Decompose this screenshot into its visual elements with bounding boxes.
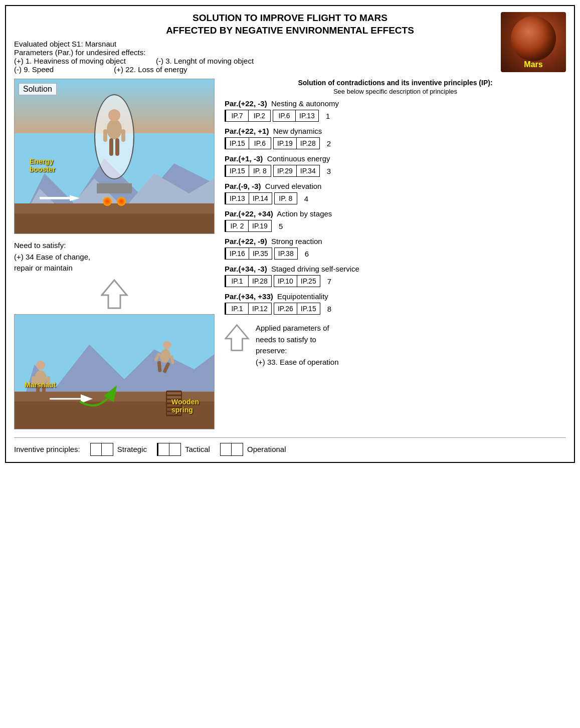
ip-group-0: IP.7IP.2	[225, 110, 271, 122]
ip-value: IP.16	[226, 248, 249, 259]
need-satisfy-text1: Need to satisfy:	[14, 240, 215, 252]
param4: (+) 22. Loss of energy	[114, 65, 187, 74]
evaluated-object: Evaluated object S1: Marsnaut Parameters…	[14, 40, 566, 74]
ip-value: IP.29	[274, 165, 296, 176]
applied-text: Applied parameters ofneeds to satisfy to…	[256, 323, 339, 368]
par-label-8: Par.(+34, +33) Equipotentiality	[225, 292, 566, 301]
svg-rect-7	[109, 138, 113, 156]
params-label: Parameters (Par.) for undesired effects:	[14, 48, 566, 57]
svg-point-23	[159, 348, 171, 364]
ip-value: IP. 8	[249, 165, 271, 176]
strategic-box-left	[91, 443, 102, 455]
param2: (-) 3. Lenght of moving object	[156, 57, 254, 65]
flame-right	[117, 197, 126, 206]
svg-rect-4	[15, 213, 214, 233]
legend-label: Inventive principles:	[14, 445, 80, 453]
up-arrow-container	[14, 279, 215, 309]
ip-value: IP.38	[275, 248, 297, 259]
par-label-3: Par.(+1, -3) Continuous energy	[225, 154, 566, 163]
up-arrow-svg	[101, 279, 128, 309]
svg-marker-11	[102, 280, 127, 308]
ip-group-0: IP.16IP.35	[225, 248, 272, 260]
mars-image: Mars	[501, 12, 566, 72]
title-line1: SOLUTION TO IMPROVE FLIGHT TO MARS	[14, 12, 566, 25]
solution-label: Solution	[19, 83, 57, 95]
ip-group-1: IP. 8	[274, 192, 297, 204]
need-satisfy-text3: repair or maintain	[14, 263, 215, 274]
par-label-1: Par.(+22, -3) Nesting & autonomy	[225, 99, 566, 108]
contradiction-row-2: Par.(+22, +1) New dynamicsIP.15IP.6IP.19…	[225, 127, 566, 149]
initial-solution-box: Initial Solution	[14, 314, 215, 429]
par-label-4: Par.(-9, -3) Curved elevation	[225, 182, 566, 190]
row-number-4: 4	[304, 194, 308, 203]
ip-group-1: IP.10IP.25	[274, 275, 320, 287]
contradiction-row-1: Par.(+22, -3) Nesting & autonomyIP.7IP.2…	[225, 99, 566, 122]
ip-group-0: IP. 2IP.19	[225, 220, 272, 232]
contradiction-row-8: Par.(+34, +33) EquipotentialityIP.1IP.12…	[225, 292, 566, 315]
ip-value: IP.2	[248, 110, 270, 121]
ip-value: IP. 2	[226, 220, 248, 231]
tactical-box	[157, 443, 181, 456]
operational-label: Operational	[247, 445, 286, 453]
svg-rect-10	[121, 129, 125, 142]
operational-box-left	[221, 443, 232, 455]
ip-value: IP.6	[273, 110, 295, 121]
ip-row-7: IP.1IP.28IP.10IP.257	[225, 275, 566, 287]
legend-strategic: Strategic	[90, 443, 147, 456]
evaluated-text: Evaluated object S1: Marsnaut	[14, 40, 566, 48]
svg-rect-8	[115, 138, 119, 156]
ip-group-0: IP.1IP.12	[225, 303, 272, 315]
ip-value: IP.35	[249, 248, 272, 259]
ip-value: IP.13	[226, 193, 249, 204]
svg-point-5	[107, 119, 122, 139]
strategic-box	[90, 443, 113, 456]
contradiction-row-6: Par.(+22, -9) Strong reactionIP.16IP.35I…	[225, 237, 566, 260]
ip-row-1: IP.7IP.2IP.6IP.131	[225, 110, 566, 122]
ip-value: IP.6	[249, 138, 271, 149]
ip-value: IP.34	[296, 165, 319, 176]
ip-value: IP.28	[248, 276, 271, 287]
ip-group-1: IP.6IP.13	[273, 110, 319, 122]
title-line2: AFFECTED BY NEGATIVE ENVIRONMENTAL EFFEC…	[14, 25, 566, 37]
header: SOLUTION TO IMPROVE FLIGHT TO MARS AFFEC…	[14, 12, 566, 37]
contradiction-row-5: Par.(+22, +34) Action by stagesIP. 2IP.1…	[225, 209, 566, 232]
row-number-5: 5	[279, 222, 283, 230]
ip-group-1: IP.38	[274, 248, 298, 260]
need-satisfy-text2: (+) 34 Ease of change,	[14, 252, 215, 263]
ip-group-1: IP.26IP.15	[274, 303, 320, 315]
ip-group-0: IP.13IP.14	[225, 192, 272, 204]
ip-value: IP.15	[297, 303, 320, 314]
solution-image-box: Solution	[14, 79, 215, 234]
svg-point-22	[162, 340, 172, 350]
operational-box-right	[232, 443, 243, 455]
contradiction-row-7: Par.(+34, -3) Staged driving self-servic…	[225, 265, 566, 287]
row-number-2: 2	[327, 139, 331, 148]
legend-operational: Operational	[220, 443, 286, 456]
par-label-7: Par.(+34, -3) Staged driving self-servic…	[225, 265, 566, 273]
tactical-label: Tactical	[185, 445, 210, 453]
astronaut-oval	[94, 94, 134, 179]
row-number-7: 7	[327, 277, 331, 286]
contradictions-header: Solution of contradictions and its inven…	[225, 79, 566, 87]
mars-label: Mars	[524, 60, 542, 72]
ip-value: IP. 8	[275, 193, 297, 204]
ip-value: IP.19	[274, 138, 296, 149]
par-label-5: Par.(+22, +34) Action by stages	[225, 209, 566, 218]
flame-left	[103, 197, 112, 206]
ip-value: IP.25	[297, 276, 320, 287]
ip-value: IP.1	[226, 303, 248, 314]
row-number-3: 3	[327, 167, 331, 175]
svg-rect-27	[170, 355, 174, 364]
left-column: Solution	[14, 79, 215, 429]
row-number-8: 8	[327, 305, 331, 313]
operational-box	[220, 443, 243, 456]
mars-circle	[511, 16, 556, 61]
right-column: Solution of contradictions and its inven…	[225, 79, 566, 429]
ip-group-0: IP.15IP. 8	[225, 165, 271, 177]
energy-booster-label: Energybooster	[30, 157, 55, 173]
ip-value: IP.13	[295, 110, 318, 121]
contradiction-row-4: Par.(-9, -3) Curved elevationIP.13IP.14I…	[225, 182, 566, 204]
row-number-6: 6	[305, 250, 309, 258]
ip-value: IP.7	[226, 110, 248, 121]
svg-marker-38	[226, 325, 248, 351]
